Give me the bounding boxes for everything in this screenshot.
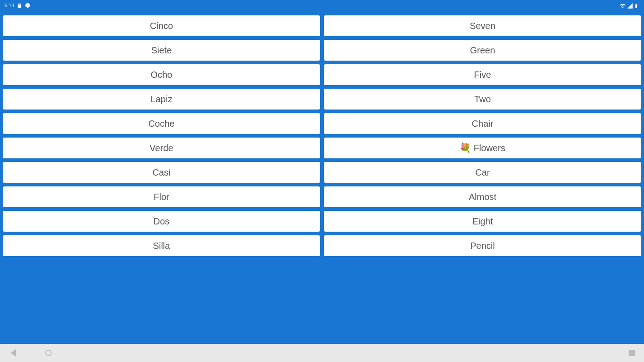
left-card-4[interactable]: Coche — [3, 113, 320, 134]
left-card-8[interactable]: Dos — [3, 211, 320, 232]
right-card-7[interactable]: Almost — [324, 186, 641, 207]
svg-point-0 — [25, 3, 30, 8]
right-card-6[interactable]: Car — [324, 162, 641, 183]
right-card-0[interactable]: Seven — [324, 15, 641, 36]
signal-icon — [627, 3, 632, 8]
nav-home-button[interactable] — [44, 349, 53, 357]
right-card-label: Eight — [472, 216, 493, 227]
home-icon — [45, 350, 52, 356]
right-card-9[interactable]: Pencil — [324, 235, 641, 256]
right-column: SevenGreenFiveTwoChair💐 FlowersCarAlmost… — [324, 15, 641, 256]
battery-icon — [634, 3, 639, 8]
content-area: CincoSieteOchoLapizCocheVerdeCasiFlorDos… — [0, 11, 644, 256]
right-card-label: Car — [475, 167, 490, 178]
left-card-3[interactable]: Lapiz — [3, 89, 320, 110]
left-card-6[interactable]: Casi — [3, 162, 320, 183]
right-card-4[interactable]: Chair — [324, 113, 641, 134]
left-card-9[interactable]: Silla — [3, 235, 320, 256]
left-card-0[interactable]: Cinco — [3, 15, 320, 36]
recent-icon — [629, 350, 635, 356]
status-right — [620, 3, 639, 8]
right-card-label: Seven — [470, 21, 495, 31]
right-card-label: Almost — [469, 192, 496, 202]
left-card-7[interactable]: Flor — [3, 186, 320, 207]
left-card-5[interactable]: Verde — [3, 138, 320, 158]
status-bar: 5:13 — [0, 0, 644, 11]
left-card-label: Flor — [154, 192, 169, 202]
left-column: CincoSieteOchoLapizCocheVerdeCasiFlorDos… — [3, 15, 320, 256]
left-card-label: Silla — [153, 241, 170, 251]
right-card-label: Pencil — [470, 241, 495, 251]
status-time: 5:13 — [5, 3, 14, 8]
left-card-label: Cinco — [150, 21, 173, 31]
right-card-label: Chair — [472, 119, 494, 129]
unknown-icon — [25, 3, 30, 8]
left-card-label: Casi — [152, 167, 170, 178]
nav-recent-button[interactable] — [627, 349, 635, 357]
right-card-8[interactable]: Eight — [324, 211, 641, 232]
right-card-2[interactable]: Five — [324, 64, 641, 85]
left-card-label: Siete — [151, 45, 172, 56]
right-card-label: Five — [474, 70, 491, 80]
nav-bar — [0, 344, 644, 362]
left-card-1[interactable]: Siete — [3, 40, 320, 61]
right-card-label: 💐 Flowers — [460, 143, 505, 153]
status-left: 5:13 — [5, 3, 30, 8]
left-card-label: Lapiz — [151, 94, 173, 105]
lock-icon — [17, 3, 22, 8]
left-card-label: Coche — [149, 119, 175, 129]
wifi-icon — [620, 3, 625, 8]
left-card-2[interactable]: Ocho — [3, 64, 320, 85]
right-card-5[interactable]: 💐 Flowers — [324, 138, 641, 158]
right-card-3[interactable]: Two — [324, 89, 641, 110]
right-card-label: Green — [470, 45, 495, 56]
left-card-label: Verde — [149, 143, 173, 153]
left-card-label: Ocho — [151, 70, 173, 80]
back-icon — [10, 349, 16, 357]
nav-back-button[interactable] — [9, 349, 17, 357]
right-card-1[interactable]: Green — [324, 40, 641, 61]
right-card-label: Two — [474, 94, 491, 105]
left-card-label: Dos — [154, 216, 170, 227]
nav-group-left — [9, 349, 53, 357]
